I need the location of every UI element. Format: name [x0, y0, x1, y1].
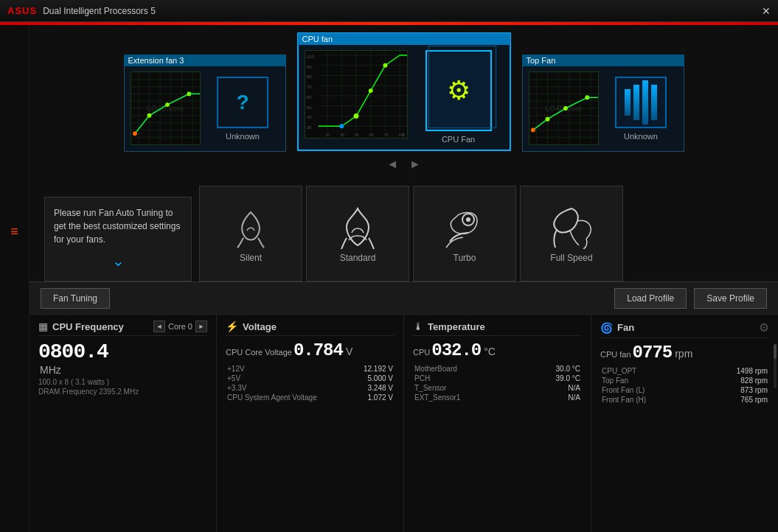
v5-value: 5.000 V: [352, 374, 393, 382]
svg-text:70: 70: [383, 133, 388, 137]
fan-settings-icon[interactable]: ⚙: [759, 321, 769, 335]
front-fl-label: Front Fan (L): [602, 386, 698, 394]
cpu-freq-title: CPU Frequency: [52, 321, 124, 332]
fan-mode-turbo[interactable]: Turbo: [413, 186, 516, 281]
svg-point-49: [339, 124, 344, 128]
voltage-main-unit: V: [346, 346, 352, 357]
cpu-freq-unit: MHz: [40, 364, 61, 376]
v33-value: 3.248 V: [352, 384, 393, 392]
fan-mode-fullspeed[interactable]: Full Speed: [520, 186, 623, 281]
silent-icon: [229, 205, 273, 249]
cpu-freq-panel: ▦ CPU Frequency ◄ Core 0 ► 0800.4 MHz 10…: [29, 315, 217, 532]
cpu-icon: ▦: [38, 321, 48, 332]
panel2: [633, 85, 639, 120]
temp-header: 🌡 Temperature: [413, 321, 582, 336]
cpu-fan-3d: ⚙ CPU Fan: [414, 50, 504, 144]
cpu-opt-label: CPU_OPT: [602, 367, 698, 375]
fan-mode-turbo-label: Turbo: [454, 253, 476, 263]
fan-mode-silent[interactable]: Silent: [199, 186, 302, 281]
temperature-panel: 🌡 Temperature CPU 032.0 °C MotherBoard 3…: [404, 315, 591, 532]
cpu-freq-sub1: 100.0 x 8 ( 3.1 watts ): [38, 378, 207, 386]
fan-mode-fullspeed-label: Full Speed: [550, 253, 592, 263]
core-nav-right[interactable]: ►: [195, 321, 207, 332]
temp-main-label: CPU: [413, 348, 430, 357]
ext-value: N/A: [523, 393, 580, 402]
fan-mode-silent-label: Silent: [240, 253, 262, 263]
fan-card-cpu-title: CPU fan: [298, 33, 510, 45]
turbo-icon: [442, 205, 487, 249]
fan-cards-row: Extension fan 3 LO4D.com: [44, 32, 763, 152]
core-nav-left[interactable]: ◄: [153, 321, 165, 332]
vsa-label: CPU System Agent Voltage: [227, 393, 351, 402]
nav-prev[interactable]: ◄: [386, 158, 398, 171]
save-profile-button[interactable]: Save Profile: [694, 288, 767, 309]
fan-main-value: 0775: [633, 343, 673, 363]
cpu-core-nav: ◄ Core 0 ►: [153, 321, 207, 332]
cpu-fan-icon: ⚙: [447, 75, 470, 106]
cpu-fan-3d-box: ⚙: [426, 50, 492, 131]
close-button[interactable]: ✕: [762, 5, 771, 17]
pch-value: 39.0 °C: [523, 374, 580, 382]
svg-point-15: [132, 131, 136, 136]
svg-point-52: [383, 63, 387, 68]
svg-point-51: [368, 88, 372, 93]
fan-mode-standard-label: Standard: [340, 253, 376, 263]
fan-stat-panel: 🌀 Fan ⚙ CPU fan 0775 rpm CPU_OPT 1498 rp…: [591, 315, 778, 532]
fan-tuning-button[interactable]: Fan Tuning: [41, 288, 110, 309]
panel1: [625, 89, 631, 116]
panel3: [642, 80, 648, 125]
content-area: Extension fan 3 LO4D.com: [29, 25, 778, 532]
sidebar: ≡: [0, 25, 29, 532]
svg-text:50: 50: [306, 105, 311, 110]
ext3-chart: LO4D.com: [131, 71, 201, 145]
v12-label: +12V: [227, 365, 351, 373]
voltage-main-label: CPU Core Voltage: [226, 348, 292, 357]
top-fan-3d: Unknown: [605, 71, 678, 145]
table-row: +5V 5.000 V: [227, 374, 393, 382]
svg-point-17: [165, 102, 170, 107]
ts-value: N/A: [523, 384, 580, 392]
fan-card-top[interactable]: Top Fan LO4D.com: [522, 55, 684, 152]
temp-icon: 🌡: [413, 321, 423, 332]
svg-text:60: 60: [306, 95, 311, 99]
table-row: +12V 12.192 V: [227, 365, 393, 373]
fan-auto-arrow: ⌄: [54, 250, 182, 272]
asus-logo: ASUS: [7, 5, 37, 16]
cpu-chart: 100 90 80 70 60 50 40 30: [305, 50, 408, 139]
top-fan-3d-box: [615, 77, 667, 128]
v5-label: +5V: [227, 374, 351, 382]
temp-main: CPU 032.0 °C: [413, 340, 582, 360]
sidebar-menu-icon[interactable]: ≡: [10, 224, 18, 239]
table-row: Front Fan (L) 873 rpm: [602, 386, 768, 394]
cpu-fan-label: CPU Fan: [442, 135, 475, 144]
nav-next[interactable]: ►: [409, 158, 421, 171]
app-title: Dual Intelligent Processors 5: [43, 6, 156, 16]
table-row: T_Sensor N/A: [414, 384, 580, 392]
fan-card-ext3[interactable]: Extension fan 3 LO4D.com: [124, 55, 286, 152]
table-row: EXT_Sensor1 N/A: [414, 393, 580, 402]
svg-text:100: 100: [306, 55, 314, 59]
svg-text:°C: °C: [401, 133, 406, 137]
svg-text:80: 80: [306, 74, 311, 79]
load-profile-button[interactable]: Load Profile: [614, 288, 687, 309]
ext3-fan-label: Unknown: [226, 132, 260, 141]
toolbar: Fan Tuning Load Profile Save Profile: [29, 281, 778, 314]
fan-auto-box: Please run Fan Auto Tuning to get the be…: [44, 197, 192, 281]
temp-table: MotherBoard 30.0 °C PCH 39.0 °C T_Sensor…: [413, 363, 582, 403]
fan-mode-standard[interactable]: Standard: [306, 186, 409, 281]
nav-arrows: ◄ ►: [386, 158, 421, 171]
svg-text:30: 30: [306, 125, 311, 130]
fan-section: Extension fan 3 LO4D.com: [29, 25, 778, 178]
fan-card-cpu[interactable]: CPU fan 100 90 80 70 60 50 40: [297, 32, 511, 151]
svg-point-74: [466, 217, 470, 222]
temp-main-unit: °C: [484, 346, 496, 357]
ext-label: EXT_Sensor1: [414, 393, 521, 402]
front-fl-value: 873 rpm: [700, 386, 768, 394]
fan-scrollbar-thumb: [774, 344, 777, 359]
top-fan-label: Unknown: [624, 132, 658, 141]
voltage-panel: ⚡ Voltage CPU Core Voltage 0.784 V +12V …: [217, 315, 404, 532]
top-fan-stat-label: Top Fan: [602, 377, 698, 385]
pch-label: PCH: [414, 374, 521, 382]
v33-label: +3.3V: [227, 384, 351, 392]
dram-value: 2395.2 MHz: [99, 388, 139, 396]
